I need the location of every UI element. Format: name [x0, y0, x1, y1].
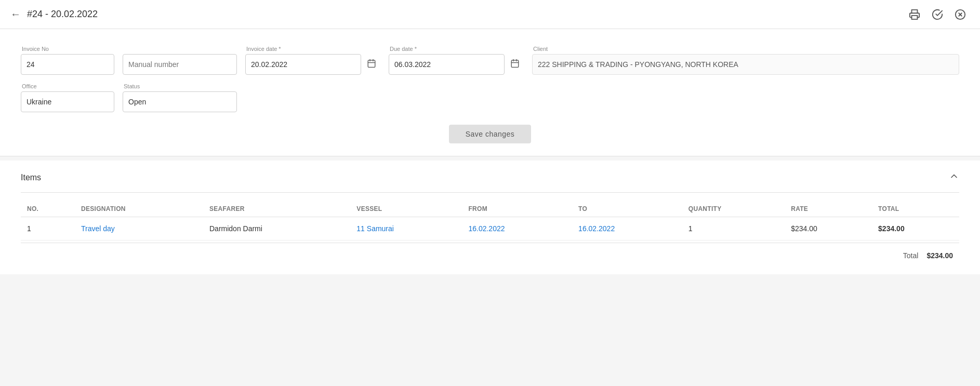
close-button[interactable] — [951, 5, 970, 24]
svg-rect-0 — [912, 15, 918, 19]
items-header: Items — [21, 161, 959, 193]
status-field: Status — [123, 83, 237, 112]
col-from: From — [462, 201, 572, 217]
due-date-label: Due date * — [389, 46, 524, 52]
manual-number-label — [123, 46, 237, 52]
page-title: #24 - 20.02.2022 — [27, 9, 98, 20]
due-date-input[interactable] — [389, 54, 505, 75]
col-total: Total — [872, 201, 959, 217]
collapse-icon[interactable] — [949, 171, 959, 184]
cell-designation[interactable]: Travel day — [75, 217, 203, 241]
confirm-button[interactable] — [928, 5, 947, 24]
col-designation: Designation — [75, 201, 203, 217]
total-label: Total — [903, 251, 919, 260]
save-btn-row: Save changes — [21, 125, 959, 143]
office-label: Office — [21, 83, 114, 89]
table-header-row: No. Designation Seafarer Vessel From To … — [21, 201, 959, 217]
col-no: No. — [21, 201, 75, 217]
cell-from: 16.02.2022 — [462, 217, 572, 241]
close-icon — [955, 9, 966, 20]
due-date-field: Due date * — [389, 46, 524, 75]
invoice-date-label: Invoice date * — [245, 46, 380, 52]
items-table: No. Designation Seafarer Vessel From To … — [21, 201, 959, 241]
cell-to: 16.02.2022 — [572, 217, 682, 241]
invoice-no-input[interactable] — [21, 54, 114, 75]
manual-number-input[interactable] — [123, 54, 237, 75]
office-field: Office — [21, 83, 114, 112]
total-row: Total $234.00 — [21, 243, 959, 262]
svg-rect-8 — [511, 60, 519, 68]
col-quantity: Quantity — [682, 201, 785, 217]
due-date-calendar-icon[interactable] — [510, 59, 520, 71]
table-body: 1 Travel day Darmidon Darmi 11 Samurai 1… — [21, 217, 959, 241]
form-row-1: Invoice No Invoice date * — [21, 46, 959, 75]
table-head: No. Designation Seafarer Vessel From To … — [21, 201, 959, 217]
back-icon: ← — [10, 8, 21, 20]
svg-rect-4 — [368, 60, 375, 68]
invoice-no-label: Invoice No — [21, 46, 114, 52]
col-to: To — [572, 201, 682, 217]
status-label: Status — [123, 83, 237, 89]
page-header: ← #24 - 20.02.2022 — [0, 0, 980, 29]
save-changes-button[interactable]: Save changes — [449, 125, 532, 143]
col-seafarer: Seafarer — [203, 201, 350, 217]
cell-rate: $234.00 — [785, 217, 872, 241]
client-value: 222 SHIPPING & TRADING - PYONGYANG, NORT… — [532, 54, 959, 75]
items-title: Items — [21, 173, 41, 182]
cell-total: $234.00 — [872, 217, 959, 241]
form-section: Invoice No Invoice date * — [0, 29, 980, 156]
header-actions — [905, 5, 970, 24]
client-label: Client — [532, 46, 959, 52]
invoice-no-field: Invoice No — [21, 46, 114, 75]
cell-seafarer: Darmidon Darmi — [203, 217, 350, 241]
invoice-date-wrapper — [245, 54, 380, 75]
col-vessel: Vessel — [350, 201, 462, 217]
office-input[interactable] — [21, 91, 114, 112]
col-rate: Rate — [785, 201, 872, 217]
form-row-2: Office Status — [21, 83, 959, 112]
check-circle-icon — [932, 9, 943, 20]
print-button[interactable] — [905, 5, 924, 24]
table-row: 1 Travel day Darmidon Darmi 11 Samurai 1… — [21, 217, 959, 241]
due-date-wrapper — [389, 54, 524, 75]
invoice-date-field: Invoice date * — [245, 46, 380, 75]
cell-no: 1 — [21, 217, 75, 241]
invoice-date-calendar-icon[interactable] — [367, 59, 376, 71]
invoice-date-input[interactable] — [245, 54, 361, 75]
total-amount: $234.00 — [926, 251, 953, 260]
client-field: Client 222 SHIPPING & TRADING - PYONGYAN… — [532, 46, 959, 75]
print-icon — [909, 9, 920, 20]
cell-vessel: 11 Samurai — [350, 217, 462, 241]
back-button[interactable]: ← — [10, 8, 21, 20]
header-left: ← #24 - 20.02.2022 — [10, 8, 98, 20]
manual-number-field — [123, 46, 237, 75]
status-input[interactable] — [123, 91, 237, 112]
items-section: Items No. Designation Seafarer Vessel Fr… — [0, 161, 980, 274]
cell-quantity: 1 — [682, 217, 785, 241]
